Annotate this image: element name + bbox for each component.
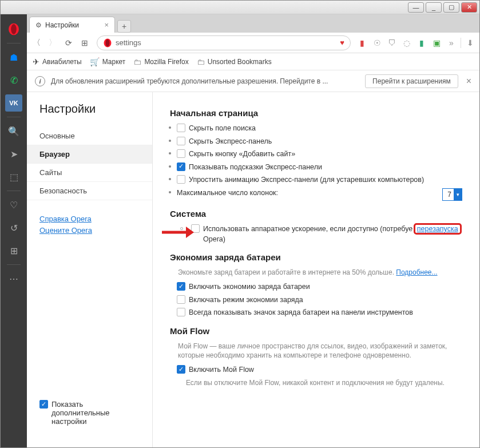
nav-sites[interactable]: Сайты [27, 164, 152, 182]
show-advanced-checkbox[interactable]: ✓ Показать дополнительные настройки [39, 400, 140, 426]
toolbar-more-icon[interactable]: » [446, 37, 457, 49]
opt-show-hints: ✓Показывать подсказки Экспресс-панели [170, 162, 462, 173]
toolbar-ext-3-icon[interactable]: ▮ [416, 37, 427, 49]
battery-more-link[interactable]: Подробнее... [396, 268, 437, 276]
maximize-button[interactable]: ▢ [443, 2, 459, 13]
search-icon[interactable]: 🔍 [5, 122, 22, 140]
settings-title: Настройки [27, 102, 152, 124]
settings-body: Настройки Основные Браузер Сайты Безопас… [27, 92, 479, 447]
opt-max-columns: Максимальное число колонок: 7 [170, 188, 462, 201]
svg-point-1 [11, 24, 17, 34]
messenger-icon[interactable]: ☗ [5, 49, 22, 66]
battery-desc: Экономьте заряд батареи и работайте в ин… [178, 268, 462, 277]
snapshot-icon[interactable]: ⬚ [5, 168, 22, 185]
gear-icon: ⚙ [35, 21, 42, 29]
bookmark-aviabilety[interactable]: ✈Авиабилеты [33, 57, 82, 66]
opera-badge-icon [103, 38, 112, 47]
history-icon[interactable]: ↺ [5, 219, 22, 236]
info-bar: i Для обновления расширений требуются до… [27, 70, 479, 92]
close-window-button[interactable]: ✕ [461, 2, 477, 13]
downloads-icon[interactable]: ⬇ [465, 37, 476, 49]
os-titlebar: — _ ▢ ✕ [1, 1, 479, 14]
opt-simplify-anim: Упростить анимацию Экспресс-панели (для … [170, 175, 462, 185]
opt-flow-enable: ✓Включить Мой Flow [170, 365, 462, 375]
reload-button[interactable]: ⟳ [62, 37, 75, 49]
bookmark-mozilla[interactable]: 🗀Mozilla Firefox [133, 57, 188, 66]
opt-battery-icon: Всегда показывать значок заряда батареи … [170, 308, 462, 318]
max-columns-select[interactable]: 7 [442, 188, 462, 201]
restart-link[interactable]: перезапуска [417, 225, 458, 233]
nav-security[interactable]: Безопасность [27, 182, 152, 200]
opt-hide-addsite: Скрыть кнопку «Добавить сайт» [170, 149, 462, 160]
heart-icon[interactable]: ♥ [340, 38, 344, 47]
sidebar-settings-icon[interactable]: ⋯ [5, 270, 22, 287]
tab-title: Настройки [45, 21, 79, 29]
opt-hw-accel: Использовать аппаратное ускорение, если … [170, 224, 462, 244]
forward-button[interactable]: 〉 [46, 37, 59, 49]
minimize-button[interactable]: — [408, 2, 424, 13]
opt-battery-mode: Включать режим экономии заряда [170, 295, 462, 306]
speed-dial-button[interactable]: ⊞ [78, 37, 91, 49]
checkbox-on-icon: ✓ [39, 400, 48, 409]
restart-link-highlight: перезапуска [414, 223, 462, 235]
close-infobar-icon[interactable]: × [466, 76, 471, 86]
help-link[interactable]: Справка Opera [39, 215, 140, 223]
flow-send-icon[interactable]: ➤ [5, 145, 22, 162]
address-bar[interactable]: settings ♥ [97, 35, 351, 50]
hw-accel-checkbox[interactable] [191, 224, 200, 233]
nav-browser[interactable]: Браузер [27, 145, 152, 164]
settings-content: Начальная страница Скрыть поле поиска Ск… [153, 92, 479, 447]
toolbar-ext-1-icon[interactable]: ▮ [356, 37, 368, 49]
adblock-icon[interactable]: ◌ [401, 37, 412, 49]
flow-note: Если вы отключите Мой Flow, никакой конт… [186, 378, 462, 388]
toolbar-ext-2-icon[interactable]: ☉ [371, 37, 383, 49]
opera-sidebar: ☗ ✆ VK 🔍 ➤ ⬚ ♡ ↺ ⊞ ⋯ [1, 14, 27, 447]
bookmark-market[interactable]: 🛒Маркет [90, 57, 126, 66]
info-text: Для обновления расширений требуются допо… [51, 77, 328, 85]
new-tab-button[interactable]: + [117, 20, 131, 33]
goto-extensions-button[interactable]: Перейти к расширениям [365, 74, 458, 88]
bookmarks-bar: ✈Авиабилеты 🛒Маркет 🗀Mozilla Firefox 🗀Un… [27, 53, 479, 70]
toolbar-ext-4-icon[interactable]: ▣ [431, 37, 442, 49]
close-tab-icon[interactable]: × [104, 21, 109, 29]
nav-toolbar: 〈 〉 ⟳ ⊞ settings ♥ ▮ ☉ ⛉ ◌ ▮ ▣ » ⬇ [27, 33, 479, 53]
radio-icon [180, 227, 183, 230]
bookmark-unsorted[interactable]: 🗀Unsorted Bookmarks [197, 57, 272, 66]
section-startpage: Начальная страница [170, 108, 462, 118]
section-flow: Мой Flow [170, 326, 462, 336]
browser-window: — _ ▢ ✕ ☗ ✆ VK 🔍 ➤ ⬚ ♡ ↺ ⊞ ⋯ [0, 0, 480, 448]
section-system: Система [170, 209, 462, 219]
flow-desc: Мой Flow — ваше личное пространство для … [178, 342, 462, 361]
svg-point-3 [106, 39, 110, 46]
vpn-icon[interactable]: ⛉ [386, 37, 398, 49]
tab-settings[interactable]: ⚙ Настройки × [29, 17, 115, 33]
section-battery: Экономия заряда батареи [170, 252, 462, 262]
opt-battery-enable: ✓Включить экономию заряда батареи [170, 282, 462, 292]
settings-sidebar: Настройки Основные Браузер Сайты Безопас… [27, 92, 153, 447]
opera-logo-icon[interactable] [5, 21, 22, 38]
outer-minimize-button[interactable]: _ [426, 2, 442, 13]
info-icon: i [35, 76, 45, 86]
opt-hide-search: Скрыть поле поиска [170, 124, 462, 134]
tab-bar: ⚙ Настройки × + [27, 14, 479, 33]
vk-icon[interactable]: VK [5, 94, 22, 112]
bookmarks-icon[interactable]: ♡ [5, 196, 22, 213]
opt-hide-speeddial: Скрыть Экспресс-панель [170, 137, 462, 147]
whatsapp-icon[interactable]: ✆ [5, 72, 22, 89]
nav-basic[interactable]: Основные [27, 127, 152, 145]
address-text: settings [116, 38, 141, 47]
back-button[interactable]: 〈 [30, 37, 43, 49]
extensions-icon[interactable]: ⊞ [5, 242, 22, 259]
rate-link[interactable]: Оцените Opera [39, 226, 140, 235]
